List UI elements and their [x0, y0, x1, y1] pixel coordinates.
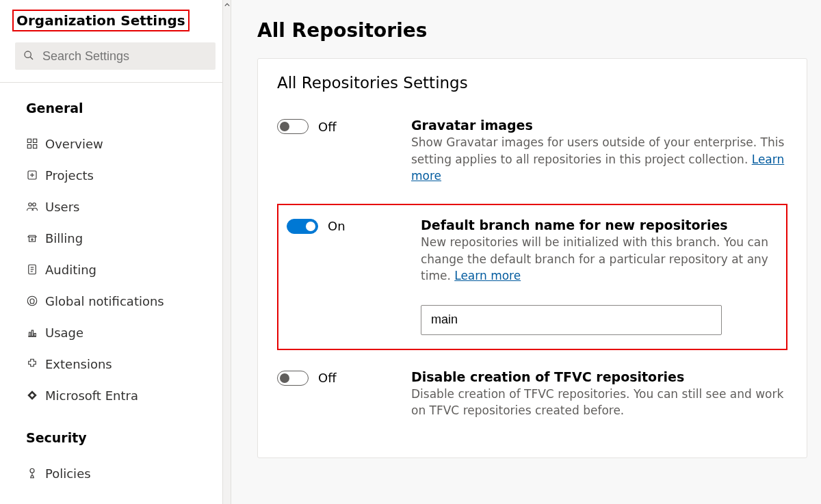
svg-rect-5	[34, 145, 37, 148]
sidebar-item-label: Overview	[45, 137, 103, 151]
setting-desc: New repositories will be initialized wit…	[421, 234, 778, 284]
search-wrap	[0, 40, 231, 83]
sidebar-item-users[interactable]: Users	[26, 191, 222, 222]
sidebar-item-label: Microsoft Entra	[45, 388, 138, 403]
svg-rect-3	[34, 139, 37, 142]
sidebar-item-overview[interactable]: Overview	[26, 128, 222, 159]
setting-title: Gravatar images	[411, 118, 787, 133]
svg-rect-2	[27, 139, 31, 142]
svg-point-11	[31, 239, 33, 240]
sidebar-item-billing[interactable]: Billing	[26, 222, 222, 254]
search-icon	[23, 50, 34, 63]
svg-point-0	[25, 51, 31, 57]
search-input[interactable]	[42, 49, 207, 64]
extensions-icon	[26, 358, 45, 370]
sidebar-item-auditing[interactable]: Auditing	[26, 254, 222, 285]
sidebar-item-extensions[interactable]: Extensions	[26, 348, 222, 380]
toggle-col: On	[287, 217, 421, 234]
svg-point-21	[30, 468, 34, 473]
sidebar-item-policies[interactable]: Policies	[26, 457, 222, 489]
sidebar-item-label: Usage	[45, 326, 83, 340]
setting-default-branch: On Default branch name for new repositor…	[287, 212, 778, 339]
sidebar-item-global-notifications[interactable]: Global notifications	[26, 285, 222, 317]
setting-body: Default branch name for new repositories…	[421, 217, 778, 335]
toggle-state-label: On	[328, 219, 346, 233]
sidebar-item-label: Projects	[45, 168, 94, 183]
svg-point-16	[27, 296, 37, 306]
toggle-state-label: Off	[318, 371, 337, 385]
setting-desc: Show Gravatar images for users outside o…	[411, 134, 787, 185]
setting-title: Default branch name for new repositories	[421, 217, 778, 233]
learn-more-link[interactable]: Learn more	[454, 269, 521, 282]
default-branch-input[interactable]	[421, 305, 722, 335]
notifications-icon	[26, 295, 45, 307]
svg-rect-20	[34, 334, 36, 337]
scroll-up-arrow[interactable]	[223, 0, 231, 10]
sidebar-item-microsoft-entra[interactable]: Microsoft Entra	[26, 380, 222, 411]
setting-title: Disable creation of TFVC repositories	[411, 369, 787, 384]
settings-card: All Repositories Settings Off Gravatar i…	[257, 58, 807, 458]
sidebar-item-usage[interactable]: Usage	[26, 317, 222, 348]
toggle-col: Off	[277, 118, 411, 134]
billing-icon	[26, 232, 45, 244]
setting-disable-tfvc: Off Disable creation of TFVC repositorie…	[277, 364, 787, 438]
sidebar-item-label: Global notifications	[45, 294, 164, 308]
svg-point-9	[29, 203, 32, 207]
projects-icon	[26, 169, 45, 181]
highlight-default-branch: On Default branch name for new repositor…	[277, 204, 787, 350]
section-title-general: General	[26, 101, 222, 116]
sidebar-item-label: Users	[45, 200, 79, 214]
svg-point-10	[33, 203, 36, 207]
sidebar-item-label: Billing	[45, 231, 83, 246]
desc-text: Show Gravatar images for users outside o…	[411, 135, 784, 166]
auditing-icon	[26, 263, 45, 276]
main-content: All Repositories All Repositories Settin…	[231, 0, 821, 504]
setting-gravatar: Off Gravatar images Show Gravatar images…	[277, 112, 787, 204]
toggle-state-label: Off	[318, 120, 337, 134]
svg-line-1	[30, 57, 33, 59]
overview-icon	[26, 137, 45, 150]
toggle-col: Off	[277, 369, 411, 386]
setting-body: Disable creation of TFVC repositories Di…	[411, 369, 787, 419]
policies-icon	[26, 467, 45, 479]
users-icon	[26, 200, 45, 213]
sidebar-nav: General Overview Projects Users Billing	[0, 83, 231, 489]
disable-tfvc-toggle[interactable]	[277, 371, 309, 386]
entra-icon	[26, 389, 45, 401]
sidebar-title: Organization Settings	[12, 10, 190, 31]
svg-rect-4	[27, 145, 31, 148]
setting-body: Gravatar images Show Gravatar images for…	[411, 118, 787, 185]
sidebar-item-projects[interactable]: Projects	[26, 159, 222, 191]
search-box[interactable]	[15, 42, 216, 70]
card-title: All Repositories Settings	[277, 74, 787, 92]
svg-rect-18	[29, 332, 31, 336]
usage-icon	[26, 326, 45, 339]
sidebar: Organization Settings General Overview P…	[0, 0, 231, 504]
sidebar-item-label: Extensions	[45, 357, 112, 371]
page-title: All Repositories	[257, 19, 807, 42]
sidebar-item-label: Policies	[45, 466, 91, 481]
gravatar-toggle[interactable]	[277, 119, 309, 134]
section-title-security: Security	[26, 430, 222, 445]
setting-desc: Disable creation of TFVC repositories. Y…	[411, 386, 787, 419]
svg-rect-19	[31, 330, 33, 336]
sidebar-item-label: Auditing	[45, 263, 96, 277]
default-branch-toggle[interactable]	[287, 219, 318, 234]
sidebar-title-wrap: Organization Settings	[0, 0, 231, 40]
scrollbar[interactable]	[222, 0, 231, 504]
